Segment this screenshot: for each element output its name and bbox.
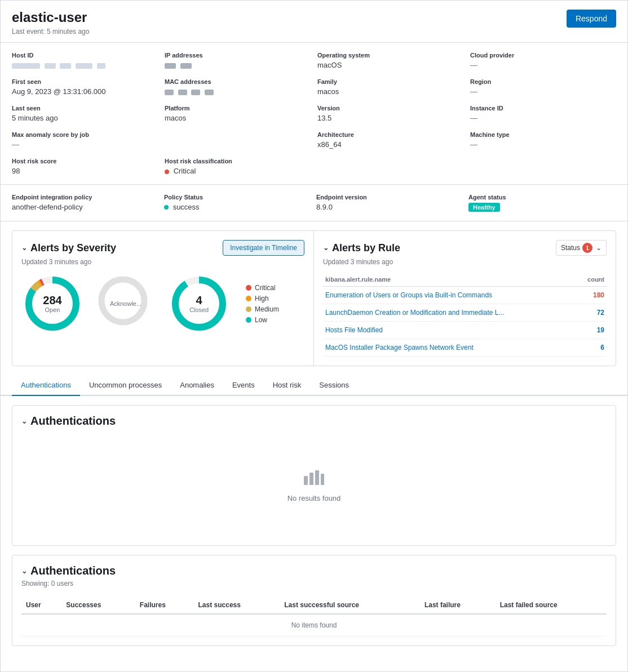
host-info-section: Host ID IP addresses Operating system [1,43,627,185]
cloud-label: Cloud provider [470,52,616,59]
legend-medium: Medium [246,305,279,313]
host-risk-label: Host risk score [12,158,158,164]
medium-legend-dot [246,306,251,312]
region-item: Region — [470,78,616,96]
col-count: count [577,273,607,287]
agent-status-label: Agent status [468,194,616,201]
chevron-down-icon-3: ⌄ [596,244,602,252]
ip-item: IP addresses [165,52,311,69]
platform-item: Platform macos [165,105,311,122]
status-filter-button[interactable]: Status 1 ⌄ [556,240,607,256]
svg-rect-9 [309,473,313,485]
tab-authentications[interactable]: Authentications [12,375,80,396]
mac-value [165,87,311,96]
severity-legend: Critical High Medium Low [246,284,279,324]
host-id-value [12,61,158,69]
no-items-cell: No items found [21,614,607,637]
tab-host-risk[interactable]: Host risk [264,375,311,396]
instance-label: Instance ID [470,105,616,112]
alerts-rule-header: ⌄ Alerts by Rule Status 1 ⌄ [323,240,607,256]
critical-dot [165,170,169,174]
alerts-rule-panel: ⌄ Alerts by Rule Status 1 ⌄ Updated 3 mi… [314,231,616,366]
policy-status-item: Policy Status success [164,194,312,212]
rule-link-1[interactable]: LaunchDaemon Creation or Modification an… [325,309,505,317]
cloud-item: Cloud provider — [470,52,616,69]
instance-item: Instance ID — [470,105,616,122]
col-last-success-source: Last successful source [280,597,420,614]
auth-table-title: ⌄ Authentications [21,564,607,577]
no-results-text: No results found [288,494,341,502]
svg-rect-10 [315,470,319,485]
showing-label: Showing: 0 users [21,580,607,588]
rule-count-2: 19 [577,322,607,339]
family-value: macos [317,87,463,96]
machine-label: Machine type [470,131,616,138]
host-id-redacted-3 [60,63,71,69]
legend-high: High [246,295,279,302]
tab-sessions[interactable]: Sessions [310,375,358,396]
header-left: elastic-user Last event: 5 minutes ago [12,10,89,35]
auth-chart-title: ⌄ Authentications [21,415,607,428]
family-label: Family [317,78,463,85]
chevron-down-icon-2: ⌄ [323,244,329,252]
auth-table-section: ⌄ Authentications Showing: 0 users User … [12,555,616,646]
low-legend-dot [246,317,251,323]
rule-table-row: Hosts File Modified19 [323,322,607,339]
closed-donut-label: 4 Closed [189,294,209,313]
investigate-button[interactable]: Investigate in Timeline [223,240,304,256]
mac-label: MAC addresses [165,78,311,85]
legend-low: Low [246,316,279,324]
alerts-rule-title: ⌄ Alerts by Rule [323,242,400,254]
tab-anomalies[interactable]: Anomalies [171,375,223,396]
host-id-redacted-4 [76,63,92,69]
platform-value: macos [165,114,311,122]
alerts-severity-title: ⌄ Alerts by Severity [21,242,116,254]
rule-table-row: MacOS Installer Package Spawns Network E… [323,339,607,357]
endpoint-policy-item: Endpoint integration policy another-defe… [12,194,160,212]
page-header: elastic-user Last event: 5 minutes ago R… [1,1,627,43]
endpoint-policy-label: Endpoint integration policy [12,194,160,201]
alerts-severity-panel: ⌄ Alerts by Severity Investigate in Time… [12,231,314,366]
policy-status-value: success [164,203,312,211]
rule-link-2[interactable]: Hosts File Modified [325,326,383,334]
instance-value: — [470,114,616,122]
policy-section: Endpoint integration policy another-defe… [1,185,627,221]
version-item: Version 13.5 [317,105,463,122]
family-item: Family macos [317,78,463,96]
mac-item: MAC addresses [165,78,311,96]
rule-link-3[interactable]: MacOS Installer Package Spawns Network E… [325,344,474,351]
acknowledged-donut-label: Acknowle... [110,300,141,307]
svg-rect-11 [321,474,324,485]
rule-count-0: 180 [577,287,607,304]
no-results-area: No results found [21,434,607,536]
auth-data-table: User Successes Failures Last success Las… [21,597,607,637]
col-failures: Failures [135,597,194,614]
mac-redacted-1 [165,90,174,95]
tab-uncommon-processes[interactable]: Uncommon processes [80,375,171,396]
ip-redacted-1 [165,63,176,69]
open-donut: 284 Open [21,273,83,335]
ip-label: IP addresses [165,52,311,59]
bar-chart-icon [304,468,324,488]
rule-table-row: Enumeration of Users or Groups via Built… [323,287,607,304]
tab-events[interactable]: Events [223,375,264,396]
first-seen-value: Aug 9, 2023 @ 13:31:06.000 [12,87,158,96]
rule-count-1: 72 [577,304,607,322]
col-rule-name: kibana.alert.rule.name [323,273,577,287]
rule-link-0[interactable]: Enumeration of Users or Groups via Built… [325,291,492,299]
acknowledged-donut: Acknowle... [95,273,157,335]
host-id-redacted-1 [12,63,40,69]
platform-label: Platform [165,105,311,112]
mac-redacted-2 [178,90,187,95]
respond-button[interactable]: Respond [567,10,616,28]
last-seen-value: 5 minutes ago [12,114,158,122]
col-user: User [21,597,61,614]
host-risk-item: Host risk score 98 [12,158,158,175]
col-last-failed-source: Last failed source [496,597,607,614]
page-title: elastic-user [12,10,89,25]
os-label: Operating system [317,52,463,59]
high-legend-dot [246,296,251,301]
chevron-down-icon-4: ⌄ [21,417,27,425]
last-event-label: Last event: 5 minutes ago [12,28,89,35]
alerts-severity-updated: Updated 3 minutes ago [21,258,304,266]
